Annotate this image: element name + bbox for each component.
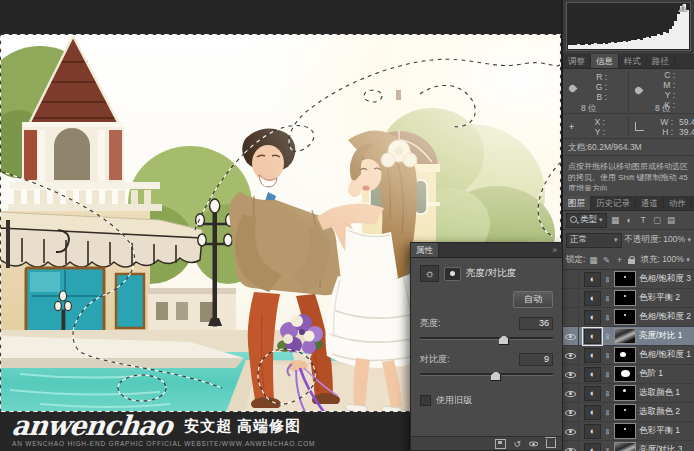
layer-name[interactable]: 色相/饱和度 1 <box>639 349 691 361</box>
filter-pixel-icon[interactable]: ▦ <box>610 215 621 225</box>
layer-mask-thumbnail[interactable] <box>614 423 636 439</box>
adjustment-layer-icon[interactable]: ◐ <box>584 405 601 420</box>
layer-row[interactable]: ◐∞色相/饱和度 3 <box>563 270 694 289</box>
contrast-slider[interactable] <box>420 370 553 380</box>
layer-name[interactable]: 亮度/对比 1 <box>639 330 682 342</box>
adjustment-layer-icon[interactable]: ◐ <box>584 386 601 401</box>
adjustment-layer-icon[interactable]: ◐ <box>584 367 601 382</box>
fill-value[interactable]: 100% <box>662 254 684 264</box>
layer-row[interactable]: ◐∞色彩平衡 1 <box>563 422 694 441</box>
tab-channels[interactable]: 通道 <box>636 196 664 210</box>
adjustment-layer-icon[interactable]: ◐ <box>584 424 601 439</box>
opacity-value[interactable]: 100% <box>663 234 685 244</box>
layer-name[interactable]: 亮度/对比 3 <box>639 444 682 451</box>
lock-transparency-icon[interactable]: ▦ <box>588 255 598 265</box>
layer-visibility-empty[interactable] <box>563 270 579 288</box>
layer-row[interactable]: ◐∞色相/饱和度 1 <box>563 346 694 365</box>
layer-row[interactable]: ◐∞选取颜色 1 <box>563 384 694 403</box>
histogram-warning-icon[interactable]: ! <box>678 4 688 12</box>
clip-adjustment-icon[interactable] <box>495 439 506 449</box>
filter-smartobject-icon[interactable]: ▤ <box>666 215 677 225</box>
layer-row[interactable]: ◐∞亮度/对比 3 <box>563 441 694 451</box>
eyedropper-icon <box>568 84 578 94</box>
layer-name[interactable]: 色相/饱和度 2 <box>639 311 691 323</box>
layers-panel-tabs: 图层 历史记录 通道 动作 <box>563 196 694 211</box>
tab-history[interactable]: 历史记录 <box>591 196 636 210</box>
clip-to-layer-icon <box>444 267 461 281</box>
layer-filter-row: 类型 ▾ ▦ ◐ T ▢ ▤ <box>563 211 694 230</box>
use-legacy-label: 使用旧版 <box>436 394 472 407</box>
photoshop-window: anwenchao 安文超 高端修图 AN WENCHAO HIGH-END G… <box>0 0 694 451</box>
contrast-slider-thumb[interactable] <box>490 371 501 381</box>
lock-all-icon[interactable] <box>627 256 635 264</box>
layer-mask-thumbnail[interactable] <box>614 385 636 401</box>
layer-name[interactable]: 色彩平衡 1 <box>639 425 680 437</box>
layer-visibility-eye-icon[interactable] <box>563 384 579 402</box>
tab-actions[interactable]: 动作 <box>664 196 692 210</box>
info-c-label: C : <box>651 70 675 80</box>
layer-visibility-eye-icon[interactable] <box>563 327 579 345</box>
brightness-slider-thumb[interactable] <box>498 335 509 345</box>
tab-properties[interactable]: 属性 <box>411 243 439 257</box>
filter-adjustment-icon[interactable]: ◐ <box>624 215 635 225</box>
adjustment-layer-icon[interactable]: ◐ <box>584 443 601 451</box>
tab-adjustments[interactable]: 调整 <box>563 54 591 68</box>
layer-row[interactable]: ◐∞选取颜色 2 <box>563 403 694 422</box>
histogram-bar <box>686 10 689 49</box>
brightness-slider[interactable] <box>420 334 553 344</box>
lock-paint-icon[interactable]: ✎ <box>601 255 611 265</box>
layer-row[interactable]: ◐∞色相/饱和度 2 <box>563 308 694 327</box>
layer-mask-thumbnail[interactable] <box>614 309 636 325</box>
auto-button[interactable]: 自动 <box>513 291 553 308</box>
adjustment-layer-icon[interactable]: ◐ <box>584 348 601 363</box>
lock-move-icon[interactable]: + <box>614 255 624 265</box>
filter-type-icon[interactable]: T <box>638 215 649 225</box>
layer-visibility-eye-icon[interactable] <box>563 441 579 451</box>
layer-name[interactable]: 选取颜色 1 <box>639 387 680 399</box>
layer-visibility-eye-icon[interactable] <box>563 365 579 383</box>
delete-adjustment-icon[interactable] <box>546 439 556 448</box>
layer-mask-thumbnail[interactable] <box>614 271 636 287</box>
layer-mask-thumbnail[interactable] <box>614 442 636 451</box>
adjustment-layer-icon[interactable]: ◐ <box>584 291 601 306</box>
mask-link-icon: ∞ <box>603 352 612 359</box>
layer-mask-thumbnail[interactable] <box>614 290 636 306</box>
layer-name[interactable]: 色彩平衡 2 <box>639 292 680 304</box>
layer-mask-thumbnail[interactable] <box>614 404 636 420</box>
layer-row[interactable]: ◐∞色阶 1 <box>563 365 694 384</box>
tab-paths[interactable]: 路径 <box>647 54 675 68</box>
info-cmyk-bits: 8 位 <box>655 103 671 113</box>
layer-mask-thumbnail[interactable] <box>614 347 636 363</box>
layer-visibility-eye-icon[interactable] <box>563 346 579 364</box>
tab-info[interactable]: 信息 <box>591 54 619 68</box>
collapse-panel-icon[interactable]: » <box>547 243 562 257</box>
layer-name[interactable]: 色阶 1 <box>639 368 663 380</box>
right-panel-column: ! 调整 信息 样式 路径 R : G : B : 8 位 C : <box>563 0 694 451</box>
layer-visibility-eye-icon[interactable] <box>563 403 579 421</box>
layer-filter-type-dropdown[interactable]: 类型 ▾ <box>566 213 607 228</box>
contrast-value[interactable]: 9 <box>519 353 553 366</box>
brightness-value[interactable]: 36 <box>519 317 553 330</box>
filter-shape-icon[interactable]: ▢ <box>652 215 663 225</box>
layer-visibility-eye-icon[interactable] <box>563 422 579 440</box>
adjustment-layer-icon[interactable]: ◐ <box>584 310 601 325</box>
info-r-label: R : <box>585 72 607 82</box>
use-legacy-checkbox[interactable] <box>420 395 431 406</box>
blend-mode-select[interactable]: 正常 ▾ <box>566 233 622 248</box>
layer-row[interactable]: ◐∞色彩平衡 2 <box>563 289 694 308</box>
layer-visibility-empty[interactable] <box>563 308 579 326</box>
layer-visibility-empty[interactable] <box>563 289 579 307</box>
tab-layers[interactable]: 图层 <box>563 196 591 210</box>
chevron-down-icon: ▾ <box>687 236 691 243</box>
layer-name[interactable]: 色相/饱和度 3 <box>639 273 691 285</box>
info-w-value: 59.4 <box>679 117 694 127</box>
layer-name[interactable]: 选取颜色 2 <box>639 406 680 418</box>
adjustment-layer-icon[interactable]: ◐ <box>584 329 601 344</box>
layer-mask-thumbnail[interactable] <box>614 366 636 382</box>
toggle-visibility-icon[interactable] <box>529 440 538 447</box>
tab-styles[interactable]: 样式 <box>619 54 647 68</box>
layer-mask-thumbnail[interactable] <box>614 328 636 344</box>
view-previous-state-icon[interactable]: ↺ <box>513 439 521 449</box>
layer-row[interactable]: ◐∞亮度/对比 1 <box>563 327 694 346</box>
adjustment-layer-icon[interactable]: ◐ <box>584 272 601 287</box>
